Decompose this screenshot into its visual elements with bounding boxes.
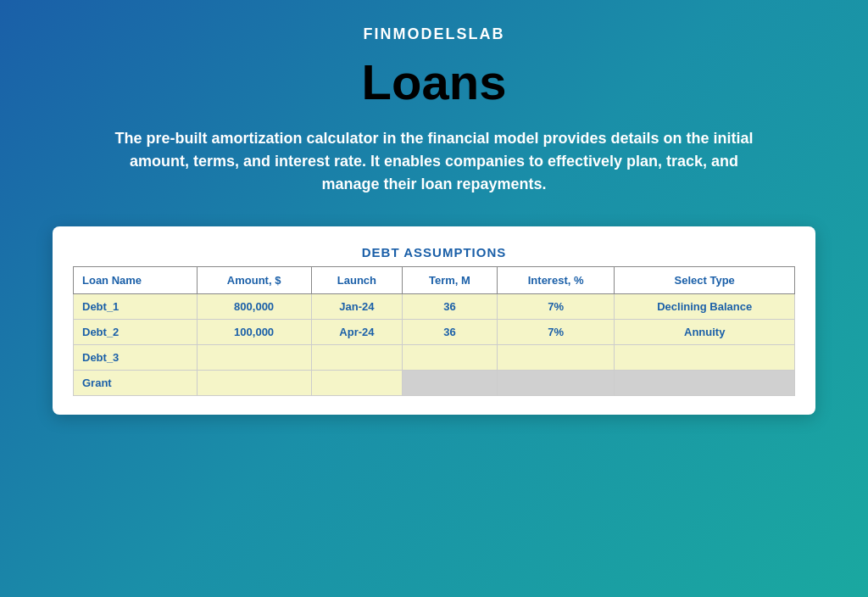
table-row: Debt_3: [74, 345, 795, 371]
table-cell: [497, 345, 615, 371]
table-cell: 800,000: [197, 294, 311, 320]
table-cell: [497, 371, 615, 396]
table-cell: Apr-24: [311, 320, 402, 345]
table-cell: 36: [403, 294, 498, 320]
table-cell: Debt_3: [74, 345, 198, 371]
table-cell: Debt_1: [74, 294, 198, 320]
table-row: Debt_2100,000Apr-24367%Annuity: [74, 320, 795, 345]
table-cell: 100,000: [197, 320, 311, 345]
table-row: Grant: [74, 371, 795, 396]
column-header: Loan Name: [74, 267, 198, 294]
table-cell: [403, 345, 498, 371]
table-header: Loan NameAmount, $LaunchTerm, MInterest,…: [74, 267, 795, 294]
column-header: Term, M: [403, 267, 498, 294]
table-body: Debt_1800,000Jan-24367%Declining Balance…: [74, 294, 795, 396]
column-header: Interest, %: [497, 267, 615, 294]
table-cell: [615, 345, 795, 371]
column-header: Launch: [311, 267, 402, 294]
table-cell: [403, 371, 498, 396]
table-cell: [197, 345, 311, 371]
table-cell: [311, 345, 402, 371]
table-cell: [615, 371, 795, 396]
table-cell: 36: [403, 320, 498, 345]
table-cell: Grant: [74, 371, 198, 396]
table-cell: Annuity: [615, 320, 795, 345]
table-section-title: DEBT ASSUMPTIONS: [73, 245, 795, 259]
page-title: Loans: [362, 53, 507, 110]
table-cell: Debt_2: [74, 320, 198, 345]
table-cell: [197, 371, 311, 396]
table-card: DEBT ASSUMPTIONS Loan NameAmount, $Launc…: [53, 226, 815, 415]
description-text: The pre-built amortization calculator in…: [103, 127, 765, 196]
column-header: Amount, $: [197, 267, 311, 294]
table-cell: Declining Balance: [615, 294, 795, 320]
brand-label: FINMODELSLAB: [364, 25, 505, 43]
table-cell: 7%: [497, 320, 615, 345]
table-cell: [311, 371, 402, 396]
column-header: Select Type: [615, 267, 795, 294]
table-cell: Jan-24: [311, 294, 402, 320]
table-row: Debt_1800,000Jan-24367%Declining Balance: [74, 294, 795, 320]
debt-assumptions-table: Loan NameAmount, $LaunchTerm, MInterest,…: [73, 266, 795, 396]
table-cell: 7%: [497, 294, 615, 320]
